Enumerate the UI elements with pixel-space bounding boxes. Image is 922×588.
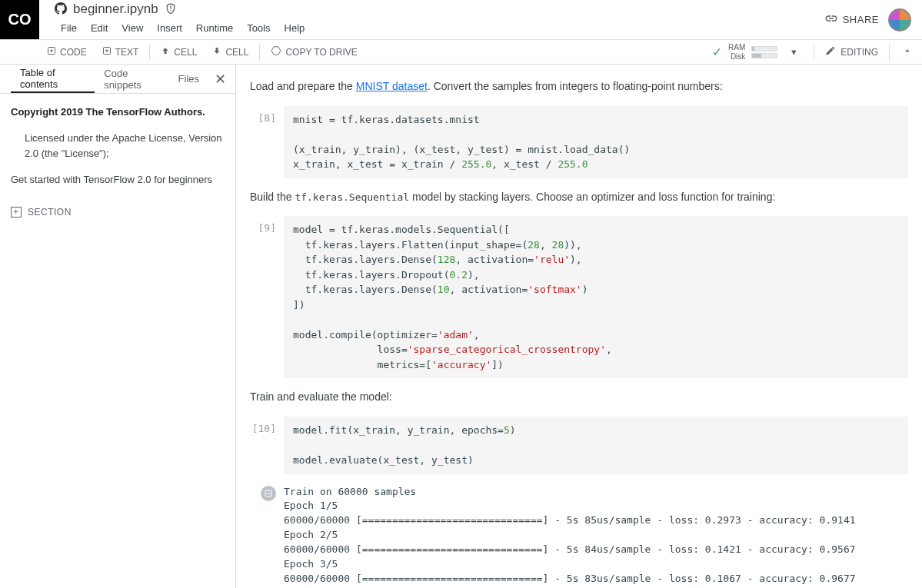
menu-tools[interactable]: Tools bbox=[241, 20, 276, 36]
chevron-up-icon bbox=[902, 47, 913, 58]
plus-icon: + bbox=[11, 207, 22, 218]
plus-icon bbox=[47, 46, 56, 58]
code-editor[interactable]: mnist = tf.keras.datasets.mnist (x_train… bbox=[284, 106, 908, 178]
header: CO beginner.ipynb File Edit View Insert … bbox=[0, 0, 922, 39]
notebook-title[interactable]: beginner.ipynb bbox=[73, 2, 158, 17]
sidebar: Table of contents Code snippets Files ✕ … bbox=[0, 65, 236, 588]
markdown-cell[interactable]: Train and evaluate the model: bbox=[250, 389, 908, 406]
ram-label: RAM bbox=[728, 43, 745, 52]
code-cell-9[interactable]: [9] model = tf.keras.models.Sequential([… bbox=[250, 216, 908, 378]
output-text: Train on 60000 samples Epoch 1/5 60000/6… bbox=[284, 485, 908, 588]
menu-runtime[interactable]: Runtime bbox=[190, 20, 239, 36]
output-toggle-icon[interactable] bbox=[261, 486, 276, 501]
cell-up-button[interactable]: CELL bbox=[153, 43, 205, 61]
tab-snippets[interactable]: Code snippets bbox=[95, 65, 168, 93]
sidebar-close-button[interactable]: ✕ bbox=[208, 68, 232, 91]
menu-bar: File Edit View Insert Runtime Tools Help bbox=[55, 18, 824, 37]
menu-edit[interactable]: Edit bbox=[85, 20, 114, 36]
collapse-header-button[interactable] bbox=[893, 42, 922, 61]
unsaved-changes-icon bbox=[165, 2, 177, 17]
add-code-button[interactable]: CODE bbox=[39, 43, 95, 61]
cell-prompt: [8] bbox=[250, 106, 284, 178]
share-button[interactable]: SHARE bbox=[824, 12, 879, 28]
github-icon bbox=[55, 2, 67, 17]
code-editor[interactable]: model.fit(x_train, y_train, epochs=5) mo… bbox=[284, 417, 908, 474]
close-icon: ✕ bbox=[215, 71, 226, 87]
runtime-status[interactable]: ✓ RAM Disk ▾ bbox=[712, 43, 810, 61]
link-icon bbox=[824, 12, 838, 28]
colab-logo[interactable]: CO bbox=[0, 0, 39, 39]
toc-heading-copyright[interactable]: Copyright 2019 The TensorFlow Authors. bbox=[11, 105, 225, 120]
disk-label: Disk bbox=[728, 52, 745, 61]
code-cell-8[interactable]: [8] mnist = tf.keras.datasets.mnist (x_t… bbox=[250, 106, 908, 178]
copy-to-drive-button[interactable]: COPY TO DRIVE bbox=[263, 42, 364, 61]
markdown-cell[interactable]: Build the tf.keras.Sequential model by s… bbox=[250, 189, 908, 206]
code-cell-10[interactable]: [10] model.fit(x_train, y_train, epochs=… bbox=[250, 417, 908, 474]
code-editor[interactable]: model = tf.keras.models.Sequential([ tf.… bbox=[284, 216, 908, 378]
share-label: SHARE bbox=[843, 14, 879, 25]
add-section-button[interactable]: + SECTION bbox=[11, 199, 225, 226]
mnist-link[interactable]: MNIST dataset bbox=[356, 80, 428, 92]
menu-insert[interactable]: Insert bbox=[151, 20, 188, 36]
menu-view[interactable]: View bbox=[115, 20, 149, 36]
cell-prompt: [9] bbox=[250, 216, 284, 378]
arrow-down-icon bbox=[212, 46, 221, 58]
toc-item-getstarted[interactable]: Get started with TensorFlow 2.0 for begi… bbox=[11, 172, 225, 188]
editing-mode-button[interactable]: EDITING bbox=[817, 42, 886, 61]
cell-output: Train on 60000 samples Epoch 1/5 60000/6… bbox=[250, 485, 908, 588]
runtime-dropdown[interactable]: ▾ bbox=[784, 46, 804, 58]
plus-icon bbox=[102, 46, 112, 58]
notebook-area[interactable]: Load and prepare the MNIST dataset. Conv… bbox=[236, 65, 922, 588]
menu-file[interactable]: File bbox=[55, 20, 83, 36]
drive-icon bbox=[271, 45, 281, 58]
cell-down-button[interactable]: CELL bbox=[205, 43, 256, 61]
toolbar: CODE TEXT CELL CELL COPY TO DRIVE bbox=[0, 39, 922, 65]
toc-item-license[interactable]: Licensed under the Apache License, Versi… bbox=[11, 131, 225, 161]
tab-files[interactable]: Files bbox=[169, 65, 208, 93]
ram-bar bbox=[751, 46, 777, 51]
arrow-up-icon bbox=[161, 46, 170, 58]
connected-check-icon: ✓ bbox=[712, 45, 722, 59]
menu-help[interactable]: Help bbox=[278, 20, 311, 36]
cell-prompt: [10] bbox=[250, 417, 284, 474]
pencil-icon bbox=[825, 45, 836, 58]
markdown-cell[interactable]: Load and prepare the MNIST dataset. Conv… bbox=[250, 78, 908, 95]
user-avatar[interactable] bbox=[888, 8, 911, 32]
add-text-button[interactable]: TEXT bbox=[95, 43, 147, 61]
tab-toc[interactable]: Table of contents bbox=[11, 65, 95, 93]
disk-bar bbox=[751, 53, 777, 58]
